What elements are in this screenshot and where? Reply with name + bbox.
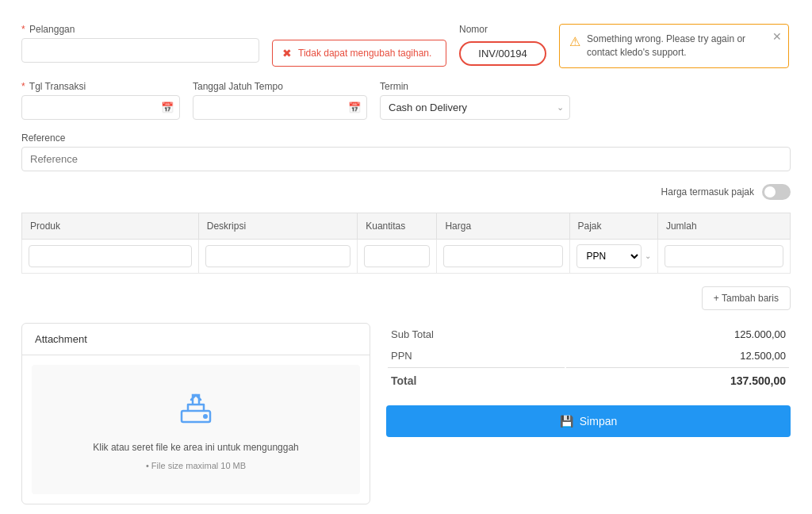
harga-termasuk-pajak-toggle[interactable] bbox=[762, 184, 791, 200]
subtotal-row: Sub Total 125.000,00 bbox=[388, 324, 789, 344]
file-limit-text: • File size maximal 10 MB bbox=[146, 461, 246, 470]
produk-input[interactable]: Baju Dress Merah bbox=[29, 245, 192, 267]
tgl-transaksi-input-wrap: 04/05/2020 📅 bbox=[21, 95, 180, 120]
required-star: * bbox=[21, 24, 25, 35]
reference-field: Reference bbox=[21, 132, 791, 171]
warning-text: Something wrong. Please try again or con… bbox=[587, 33, 779, 59]
nomor-label: Nomor bbox=[459, 24, 546, 35]
product-table: Produk Deskripsi Kuantitas Harga Pajak J… bbox=[21, 213, 791, 274]
save-label: Simpan bbox=[580, 415, 617, 428]
attachment-drop-zone[interactable]: Klik atau seret file ke area ini untuk m… bbox=[32, 365, 360, 494]
attachment-prompt: Klik atau seret file ke area ini untuk m… bbox=[93, 442, 299, 453]
pajak-select[interactable]: PPN Non-PPN bbox=[576, 244, 642, 268]
add-row-button[interactable]: + Tambah baris bbox=[702, 286, 791, 310]
error-banner: ✖ Tidak dapat mengubah tagihan. bbox=[272, 40, 446, 67]
warning-icon: ⚠ bbox=[569, 33, 580, 51]
ppn-value: 12.500,00 bbox=[566, 346, 789, 366]
col-kuantitas: Kuantitas bbox=[358, 213, 437, 239]
reference-label: Reference bbox=[21, 132, 791, 144]
row-reference: Reference bbox=[21, 132, 791, 171]
jumlah-input[interactable]: Rp 125.000,00 bbox=[665, 245, 783, 267]
termin-select[interactable]: Cash on Delivery Net 7 Net 14 Net 30 bbox=[380, 95, 570, 120]
termin-field: Termin Cash on Delivery Net 7 Net 14 Net… bbox=[380, 81, 570, 120]
col-harga: Harga bbox=[437, 213, 569, 239]
upload-icon bbox=[177, 389, 215, 434]
save-button[interactable]: 💾 Simpan bbox=[386, 405, 791, 437]
ppn-row: PPN 12.500,00 bbox=[388, 346, 789, 366]
pelanggan-input[interactable]: Kezia Hassanah Wastuti bbox=[21, 38, 259, 63]
warning-notification: ⚠ Something wrong. Please try again or c… bbox=[559, 24, 789, 68]
tanggal-jatuh-tempo-input-wrap: 04/05/2020 📅 bbox=[193, 95, 367, 120]
row-2: * Tgl Transaksi 04/05/2020 📅 Tanggal Jat… bbox=[21, 81, 791, 120]
tanggal-jatuh-tempo-label: Tanggal Jatuh Tempo bbox=[193, 81, 367, 92]
attachment-header: Attachment bbox=[22, 324, 370, 355]
subtotal-label: Sub Total bbox=[388, 324, 565, 344]
warning-close-button[interactable]: ✕ bbox=[772, 31, 782, 42]
total-value: 137.500,00 bbox=[566, 367, 789, 391]
tgl-transaksi-label: * Tgl Transaksi bbox=[21, 81, 180, 92]
pelanggan-field: * Pelanggan Kezia Hassanah Wastuti bbox=[21, 24, 259, 63]
col-produk: Produk bbox=[22, 213, 199, 239]
reference-input[interactable] bbox=[21, 147, 791, 171]
nomor-value: INV/00194 bbox=[459, 41, 546, 66]
save-icon: 💾 bbox=[560, 415, 573, 428]
col-deskripsi: Deskripsi bbox=[198, 213, 357, 239]
pajak-select-wrap: PPN Non-PPN ⌄ bbox=[576, 244, 651, 268]
total-label: Total bbox=[388, 367, 565, 391]
tanggal-jatuh-tempo-input[interactable]: 04/05/2020 bbox=[193, 95, 367, 120]
deskripsi-input[interactable]: Ukuran XL bbox=[205, 245, 350, 267]
bottom-section: Attachment Klik atau seret file ke area … bbox=[21, 323, 791, 504]
kuantitas-input[interactable]: 1 bbox=[364, 245, 430, 267]
tanggal-jatuh-tempo-field: Tanggal Jatuh Tempo 04/05/2020 📅 bbox=[193, 81, 367, 120]
subtotal-value: 125.000,00 bbox=[566, 324, 789, 344]
col-pajak: Pajak bbox=[569, 213, 657, 239]
ppn-label: PPN bbox=[388, 346, 565, 366]
tgl-transaksi-field: * Tgl Transaksi 04/05/2020 📅 bbox=[21, 81, 180, 120]
harga-input[interactable]: Rp 125.000,00 bbox=[443, 245, 562, 267]
row-1: * Pelanggan Kezia Hassanah Wastuti ✖ Tid… bbox=[21, 24, 791, 68]
form-container: * Pelanggan Kezia Hassanah Wastuti ✖ Tid… bbox=[17, 16, 795, 512]
total-row: Total 137.500,00 bbox=[388, 367, 789, 391]
pelanggan-label: * Pelanggan bbox=[21, 24, 259, 35]
table-row: Baju Dress Merah Ukuran XL 1 Rp 125.000,… bbox=[22, 239, 791, 273]
pajak-chevron-icon: ⌄ bbox=[645, 251, 651, 260]
error-text: Tidak dapat mengubah tagihan. bbox=[298, 48, 431, 59]
toggle-slider bbox=[762, 184, 791, 200]
attachment-box: Attachment Klik atau seret file ke area … bbox=[21, 323, 370, 504]
harga-termasuk-pajak-label: Harga termasuk pajak bbox=[661, 186, 754, 198]
totals-table: Sub Total 125.000,00 PPN 12.500,00 Total… bbox=[386, 323, 791, 393]
add-row-label: + Tambah baris bbox=[714, 293, 779, 304]
svg-point-1 bbox=[203, 414, 208, 419]
tgl-transaksi-input[interactable]: 04/05/2020 bbox=[21, 95, 180, 120]
totals-section: Sub Total 125.000,00 PPN 12.500,00 Total… bbox=[386, 323, 791, 504]
error-icon: ✖ bbox=[282, 47, 292, 59]
nomor-field: Nomor INV/00194 bbox=[459, 24, 546, 66]
termin-select-wrap: Cash on Delivery Net 7 Net 14 Net 30 ⌄ bbox=[380, 95, 570, 120]
termin-label: Termin bbox=[380, 81, 570, 92]
toggle-row: Harga termasuk pajak bbox=[21, 184, 791, 200]
required-star-2: * bbox=[21, 81, 25, 92]
col-jumlah: Jumlah bbox=[657, 213, 790, 239]
